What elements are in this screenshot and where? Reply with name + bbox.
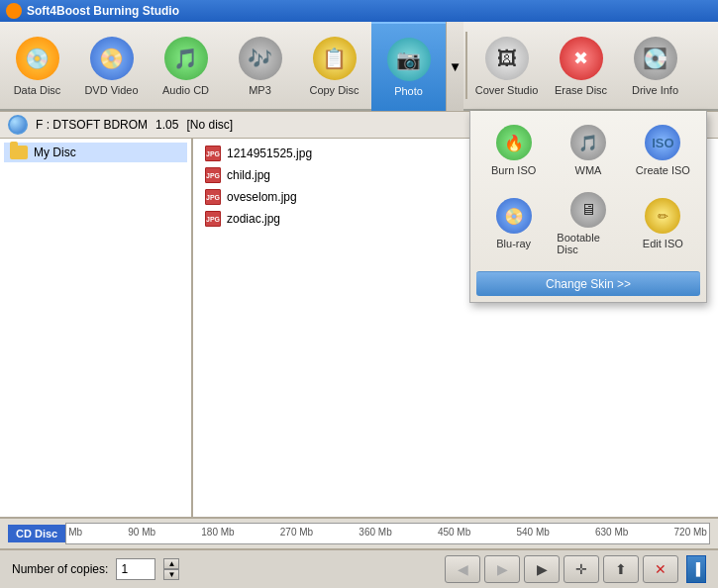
dropdown-edit-iso[interactable]: ✏ Edit ISO bbox=[628, 186, 698, 261]
create-iso-label: Create ISO bbox=[636, 164, 690, 176]
blu-ray-label: Blu-ray bbox=[496, 238, 531, 249]
nav-export-btn[interactable]: ⬆ bbox=[603, 555, 639, 583]
file-name: 1214951525.jpg bbox=[227, 147, 312, 160]
burn-iso-icon: 🔥 bbox=[496, 125, 532, 160]
marker-4: 360 Mb bbox=[359, 527, 391, 538]
copies-input[interactable] bbox=[116, 558, 155, 580]
file-tree: My Disc bbox=[0, 139, 193, 517]
copy-disc-icon: 📋 bbox=[313, 37, 357, 80]
nav-play-btn[interactable]: ▶ bbox=[484, 555, 520, 583]
progress-bar-container: CD Disc Mb 90 Mb 180 Mb 270 Mb 360 Mb 45… bbox=[0, 517, 718, 548]
copy-disc-label: Copy Disc bbox=[309, 84, 359, 96]
marker-5: 450 Mb bbox=[438, 527, 470, 538]
dvd-video-label: DVD Video bbox=[84, 84, 138, 96]
toolbar-btn-erase-disc[interactable]: ✖ Erase Disc bbox=[544, 22, 618, 111]
dropdown-bootable-disc[interactable]: 🖥 Bootable Disc bbox=[553, 186, 623, 261]
jpg-icon: JPG bbox=[205, 167, 221, 183]
drive-version: 1.05 bbox=[155, 118, 178, 132]
dropdown-arrow-icon: ▼ bbox=[449, 59, 462, 74]
toolbar-dropdown-arrow[interactable]: ▼ bbox=[446, 22, 463, 111]
blu-ray-icon: 📀 bbox=[496, 198, 532, 234]
drive-info-label: Drive Info bbox=[632, 84, 678, 96]
cover-studio-label: Cover Studio bbox=[475, 84, 539, 96]
progress-track: Mb 90 Mb 180 Mb 270 Mb 360 Mb 450 Mb 540… bbox=[65, 523, 710, 544]
title-bar: Soft4Boost Burning Studio bbox=[0, 0, 718, 22]
burn-iso-label: Burn ISO bbox=[491, 164, 536, 176]
dropdown-blu-ray[interactable]: 📀 Blu-ray bbox=[478, 186, 549, 261]
mp3-icon: 🎶 bbox=[239, 37, 282, 80]
dropdown-create-iso[interactable]: ISO Create ISO bbox=[628, 119, 698, 182]
audio-cd-icon: 🎵 bbox=[164, 37, 208, 80]
file-name: zodiac.jpg bbox=[227, 212, 280, 226]
nav-back-btn[interactable]: ◀ bbox=[445, 555, 480, 583]
toolbar-btn-drive-info[interactable]: 💽 Drive Info bbox=[618, 22, 692, 111]
dropdown-wma[interactable]: 🎵 WMA bbox=[553, 119, 623, 182]
edit-iso-label: Edit ISO bbox=[643, 238, 683, 249]
wma-icon: 🎵 bbox=[570, 125, 606, 160]
disc-status: [No disc] bbox=[186, 118, 233, 132]
erase-disc-icon: ✖ bbox=[560, 37, 603, 80]
wma-label: WMA bbox=[575, 164, 602, 176]
scroll-right-btn[interactable]: ▐ bbox=[686, 555, 706, 583]
change-skin-button[interactable]: Change Skin >> bbox=[476, 271, 700, 296]
bottom-bar: Number of copies: ▲ ▼ ◀ ▶ ▶ ✛ ⬆ ✕ ▐ bbox=[0, 548, 718, 588]
file-name: child.jpg bbox=[227, 168, 270, 182]
nav-stop-btn[interactable]: ✕ bbox=[643, 555, 678, 583]
copies-down-btn[interactable]: ▼ bbox=[163, 569, 179, 580]
marker-3: 270 Mb bbox=[280, 527, 313, 538]
copies-spinner: ▲ ▼ bbox=[163, 558, 179, 580]
progress-label: CD Disc bbox=[8, 525, 65, 542]
dropdown-panel: 🔥 Burn ISO 🎵 WMA ISO Create ISO 📀 Blu-ra… bbox=[469, 111, 707, 303]
app-title: Soft4Boost Burning Studio bbox=[27, 4, 179, 18]
copies-label: Number of copies: bbox=[12, 562, 108, 576]
toolbar-btn-copy-disc[interactable]: 📋 Copy Disc bbox=[297, 22, 371, 111]
tree-item-my-disc[interactable]: My Disc bbox=[4, 143, 187, 162]
tree-item-label: My Disc bbox=[34, 146, 76, 159]
data-disc-label: Data Disc bbox=[14, 84, 61, 96]
edit-iso-icon: ✏ bbox=[645, 198, 680, 234]
marker-0: Mb bbox=[68, 527, 82, 538]
erase-disc-label: Erase Disc bbox=[555, 84, 607, 96]
cover-studio-icon: 🖼 bbox=[485, 37, 529, 80]
nav-controls: ◀ ▶ ▶ ✛ ⬆ ✕ ▐ bbox=[445, 555, 706, 583]
bootable-disc-label: Bootable Disc bbox=[557, 232, 619, 255]
nav-move-btn[interactable]: ✛ bbox=[564, 555, 599, 583]
dropdown-burn-iso[interactable]: 🔥 Burn ISO bbox=[478, 119, 549, 182]
create-iso-icon: ISO bbox=[645, 125, 680, 160]
bootable-disc-icon: 🖥 bbox=[570, 192, 606, 228]
toolbar-btn-dvd-video[interactable]: 📀 DVD Video bbox=[74, 22, 149, 111]
mp3-label: MP3 bbox=[249, 84, 271, 96]
copies-up-btn[interactable]: ▲ bbox=[163, 558, 179, 569]
toolbar-btn-audio-cd[interactable]: 🎵 Audio CD bbox=[149, 22, 223, 111]
toolbar-btn-photo[interactable]: 📷 Photo bbox=[371, 22, 446, 111]
change-skin-label: Change Skin >> bbox=[546, 277, 631, 291]
toolbar-btn-cover-studio[interactable]: 🖼 Cover Studio bbox=[469, 22, 544, 111]
drive-info-icon: 💽 bbox=[634, 37, 677, 80]
toolbar-btn-data-disc[interactable]: 💿 Data Disc bbox=[0, 22, 74, 111]
folder-icon bbox=[10, 146, 28, 159]
file-name: oveselom.jpg bbox=[227, 190, 297, 204]
photo-icon: 📷 bbox=[387, 38, 431, 81]
marker-2: 180 Mb bbox=[201, 527, 234, 538]
jpg-icon: JPG bbox=[205, 189, 221, 205]
audio-cd-label: Audio CD bbox=[162, 84, 209, 96]
jpg-icon: JPG bbox=[205, 211, 221, 227]
data-disc-icon: 💿 bbox=[16, 37, 59, 80]
marker-8: 720 Mb bbox=[674, 527, 707, 538]
dropdown-grid: 🔥 Burn ISO 🎵 WMA ISO Create ISO 📀 Blu-ra… bbox=[470, 111, 706, 269]
progress-markers: Mb 90 Mb 180 Mb 270 Mb 360 Mb 450 Mb 540… bbox=[66, 527, 709, 538]
disc-status-icon bbox=[8, 115, 28, 135]
nav-forward-btn[interactable]: ▶ bbox=[524, 555, 560, 583]
toolbar-btn-mp3[interactable]: 🎶 MP3 bbox=[223, 22, 297, 111]
jpg-icon: JPG bbox=[205, 146, 221, 161]
drive-name: F : DTSOFT BDROM bbox=[36, 118, 148, 132]
toolbar: 💿 Data Disc 📀 DVD Video 🎵 Audio CD 🎶 MP3… bbox=[0, 22, 718, 111]
marker-6: 540 Mb bbox=[516, 527, 549, 538]
dvd-video-icon: 📀 bbox=[90, 37, 134, 80]
marker-7: 630 Mb bbox=[595, 527, 628, 538]
photo-label: Photo bbox=[394, 85, 423, 97]
toolbar-separator bbox=[465, 32, 467, 99]
marker-1: 90 Mb bbox=[128, 527, 155, 538]
app-icon bbox=[6, 3, 22, 19]
